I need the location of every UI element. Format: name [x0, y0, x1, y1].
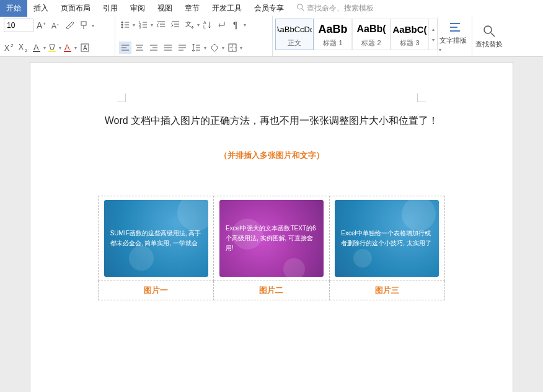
align-justify-icon[interactable] — [162, 41, 174, 54]
search-icon — [296, 3, 304, 13]
borders-icon[interactable] — [226, 41, 239, 54]
svg-rect-16 — [64, 51, 71, 52]
char-border-icon[interactable]: A — [79, 41, 91, 54]
svg-text:X: X — [19, 43, 24, 51]
svg-line-1 — [302, 9, 304, 11]
align-center-icon[interactable] — [133, 41, 146, 54]
document-page[interactable]: Word 文档中插入图片的正确方法，再也不用一张张调整图片大小和位置了！ （并排… — [30, 62, 513, 392]
line-spacing-icon[interactable] — [190, 41, 203, 54]
line-break-icon[interactable] — [216, 19, 228, 31]
decrease-indent-icon[interactable] — [155, 19, 167, 31]
dropdown-icon[interactable]: ▾ — [74, 45, 77, 51]
tab-review[interactable]: 审阅 — [124, 0, 151, 17]
dropdown-icon[interactable]: ▾ — [59, 45, 61, 51]
highlight-icon[interactable] — [48, 43, 58, 53]
svg-text:L: L — [203, 25, 206, 29]
tab-start[interactable]: 开始 — [0, 0, 27, 17]
styles-expand[interactable]: ▴▾ — [429, 19, 438, 50]
align-left-icon[interactable] — [119, 41, 131, 54]
svg-text:3: 3 — [139, 25, 141, 29]
svg-point-23 — [121, 27, 123, 28]
ribbon-toolbar: A+ A- ▾ X2 X2 A▾ ▾ A▾ A ▾ 123▾ 文▾ AL ¶▾ — [0, 16, 543, 57]
inserted-image-1[interactable]: SUMIF函数的这些高级用法, 高手都未必全会, 简单实用, 一学就会 — [104, 200, 208, 277]
command-search[interactable]: 查找命令、搜索模板 — [296, 3, 374, 14]
svg-text:1: 1 — [139, 20, 141, 24]
dropdown-icon[interactable]: ▾ — [151, 22, 153, 28]
align-right-icon[interactable] — [148, 41, 160, 54]
svg-text:文: 文 — [185, 20, 192, 27]
increase-indent-icon[interactable] — [169, 19, 182, 31]
svg-text:¶: ¶ — [233, 20, 238, 30]
increase-font-icon[interactable]: A+ — [35, 19, 48, 32]
styles-group: AaBbCcDd 正文 AaBb 标题 1 AaBb( 标题 2 AaBbC( … — [273, 16, 438, 56]
decrease-font-icon[interactable]: A- — [50, 19, 62, 32]
svg-rect-59 — [229, 44, 236, 51]
dropdown-icon[interactable]: ▾ — [222, 45, 224, 51]
svg-text:2: 2 — [11, 43, 14, 48]
magnifier-icon — [482, 24, 496, 38]
superscript-icon[interactable]: X2 — [4, 41, 16, 54]
svg-text:X: X — [4, 44, 9, 53]
svg-text:A: A — [33, 43, 39, 52]
tab-member[interactable]: 会员专享 — [248, 0, 290, 17]
svg-text:+: + — [43, 21, 46, 27]
table-cell[interactable]: SUMIF函数的这些高级用法, 高手都未必全会, 简单实用, 一学就会 — [99, 196, 214, 281]
format-painter-icon[interactable] — [78, 19, 90, 32]
dropdown-icon[interactable]: ▾ — [240, 45, 242, 51]
tab-view[interactable]: 视图 — [151, 0, 179, 17]
svg-rect-13 — [33, 51, 40, 52]
svg-point-65 — [484, 26, 492, 33]
image-caption-2[interactable]: 图片二 — [214, 281, 329, 300]
sort-icon[interactable]: AL — [201, 19, 214, 31]
image-caption-3[interactable]: 图片三 — [329, 281, 444, 300]
svg-text:A: A — [83, 45, 87, 51]
numbering-icon[interactable]: 123 — [137, 19, 149, 31]
style-heading1[interactable]: AaBb 标题 1 — [314, 19, 352, 50]
tab-pagelayout[interactable]: 页面布局 — [55, 0, 97, 17]
char-shading-icon[interactable]: A — [32, 43, 42, 53]
text-typeset-button[interactable]: 文字排版 ▾ — [438, 16, 472, 56]
ltr-icon[interactable]: 文 — [183, 19, 196, 31]
svg-text:-: - — [57, 21, 59, 27]
dropdown-icon[interactable]: ▾ — [92, 23, 94, 28]
search-placeholder: 查找命令、搜索模板 — [307, 3, 374, 14]
inserted-image-2[interactable]: Excel中强大的文本函数TEXT的6个高级用法, 实例图解, 可直接套用! — [219, 200, 324, 277]
tab-reference[interactable]: 引用 — [97, 0, 124, 17]
bullets-icon[interactable] — [119, 19, 131, 31]
document-subtitle[interactable]: （并排插入多张图片和文字） — [74, 150, 469, 161]
tab-devtools[interactable]: 开发工具 — [206, 0, 248, 17]
inserted-image-3[interactable]: Excel中单独给一个表格增加行或者删除行的这个小技巧, 太实用了 — [335, 200, 439, 277]
dropdown-icon[interactable]: ▾ — [244, 22, 246, 28]
dropdown-icon[interactable]: ▾ — [204, 45, 206, 51]
clear-format-icon[interactable] — [64, 19, 76, 32]
dropdown-icon[interactable]: ▾ — [197, 22, 200, 28]
font-color-icon[interactable]: A — [63, 43, 73, 53]
dropdown-icon[interactable]: ▾ — [133, 22, 135, 28]
margin-marker-icon — [117, 94, 126, 102]
dropdown-icon[interactable]: ▾ — [43, 45, 46, 51]
font-group: A+ A- ▾ X2 X2 A▾ ▾ A▾ A — [0, 16, 115, 56]
chevron-down-icon: ▾ — [432, 37, 435, 43]
dropdown-icon: ▾ — [439, 47, 441, 53]
table-cell[interactable]: Excel中单独给一个表格增加行或者删除行的这个小技巧, 太实用了 — [329, 196, 444, 281]
image-caption-1[interactable]: 图片一 — [99, 281, 214, 300]
svg-text:A: A — [203, 20, 206, 25]
subscript-icon[interactable]: X2 — [18, 41, 30, 54]
align-distribute-icon[interactable] — [176, 41, 188, 54]
document-title[interactable]: Word 文档中插入图片的正确方法，再也不用一张张调整图片大小和位置了！ — [74, 115, 469, 128]
shading-icon[interactable] — [208, 41, 221, 54]
find-replace-button[interactable]: 查找替换 — [472, 16, 506, 56]
document-area[interactable]: Word 文档中插入图片的正确方法，再也不用一张张调整图片大小和位置了！ （并排… — [0, 57, 543, 392]
svg-point-19 — [121, 22, 123, 24]
table-cell[interactable]: Excel中强大的文本函数TEXT的6个高级用法, 实例图解, 可直接套用! — [214, 196, 329, 281]
svg-text:A: A — [37, 20, 43, 30]
image-table[interactable]: SUMIF函数的这些高级用法, 高手都未必全会, 简单实用, 一学就会 Exce… — [98, 196, 445, 300]
show-marks-icon[interactable]: ¶ — [230, 19, 242, 31]
style-heading3[interactable]: AaBbC( 标题 3 — [391, 19, 429, 50]
style-normal[interactable]: AaBbCcDd 正文 — [275, 19, 314, 50]
svg-text:2: 2 — [25, 48, 28, 53]
tab-insert[interactable]: 插入 — [27, 0, 55, 17]
font-size-input[interactable] — [4, 19, 33, 32]
tab-chapter[interactable]: 章节 — [179, 0, 206, 17]
style-heading2[interactable]: AaBb( 标题 2 — [352, 19, 391, 50]
